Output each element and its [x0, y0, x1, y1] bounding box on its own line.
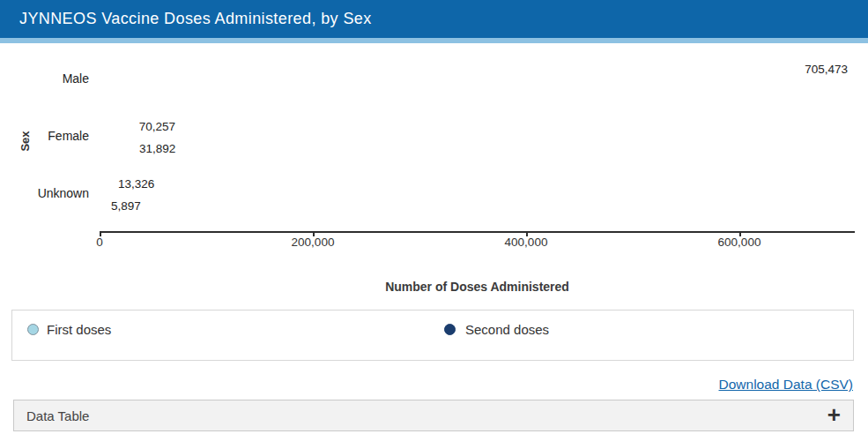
second-doses-swatch-icon — [444, 324, 456, 335]
first-doses-swatch-icon — [27, 324, 39, 335]
category-label-male: Male — [63, 71, 89, 86]
category-label-unknown: Unknown — [38, 186, 89, 200]
value-label-unknown-first-doses: 13,326 — [118, 177, 154, 191]
legend-label: First doses — [47, 322, 111, 338]
y-axis-title: Sex — [19, 128, 33, 154]
value-label-female-first-doses: 70,257 — [139, 120, 175, 134]
x-tick-label-0: 0 — [47, 236, 152, 249]
legend: First doses Second doses — [11, 310, 854, 361]
value-label-female-second-doses: 31,892 — [139, 142, 175, 156]
value-label-male-first-doses: 705,473 — [805, 63, 848, 77]
x-tick-label-600000: 600,000 — [686, 236, 792, 249]
download-link-row: Download Data (CSV) — [719, 377, 853, 393]
legend-label: Second doses — [465, 322, 549, 338]
x-tick-label-200000: 200,000 — [260, 236, 366, 249]
value-label-unknown-second-doses: 5,897 — [111, 199, 141, 213]
data-table-toggle[interactable]: Data Table + — [13, 400, 854, 431]
plus-icon[interactable]: + — [827, 403, 841, 426]
data-table-label: Data Table — [14, 408, 89, 423]
chart-widget: JYNNEOS Vaccine Doses Administered, by S… — [0, 0, 868, 434]
bar-chart: Sex Male Female Unknown 705,473 70,257 3… — [0, 0, 868, 304]
x-axis-title: Number of Doses Administered — [100, 280, 855, 294]
category-label-female: Female — [48, 129, 89, 143]
x-tick-label-400000: 400,000 — [473, 236, 579, 249]
x-axis-line — [100, 231, 855, 233]
download-csv-link[interactable]: Download Data (CSV) — [719, 377, 853, 392]
